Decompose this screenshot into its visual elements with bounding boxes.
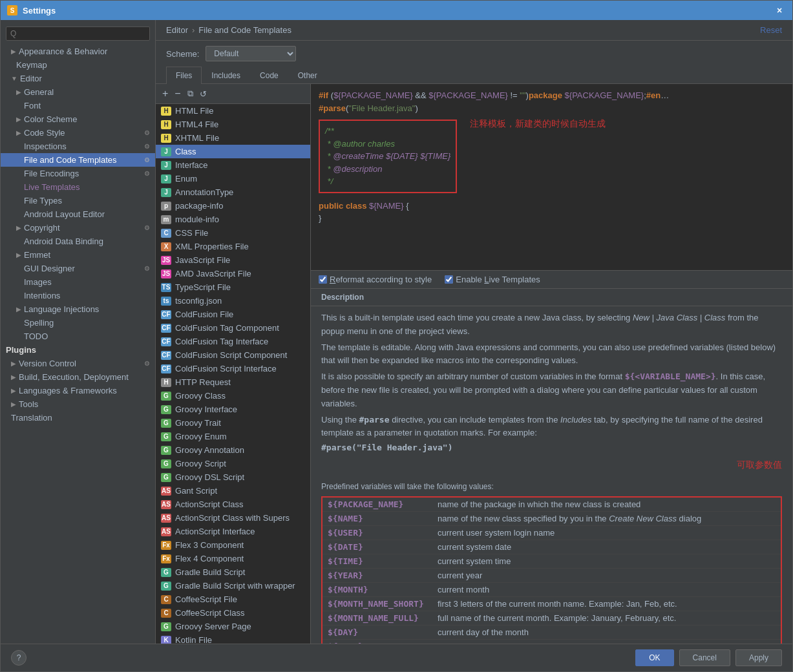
sidebar-item-font[interactable]: Font <box>1 99 155 112</box>
list-item[interactable]: GGroovy Enum <box>156 430 310 443</box>
list-item[interactable]: CFColdFusion File <box>156 308 310 321</box>
sidebar-item-lang-injections[interactable]: ▶ Language Injections <box>1 302 155 316</box>
ok-button[interactable]: OK <box>635 649 673 666</box>
list-item-class[interactable]: JClass <box>156 145 310 158</box>
item-label: Groovy Server Page <box>175 622 251 631</box>
list-item[interactable]: GGroovy Trait <box>156 416 310 430</box>
remove-button[interactable]: − <box>173 87 182 101</box>
list-item[interactable]: GGroovy Script <box>156 457 310 470</box>
reformat-checkbox[interactable] <box>319 275 327 284</box>
sidebar-item-todo[interactable]: TODO <box>1 330 155 343</box>
help-button[interactable]: ? <box>11 650 26 666</box>
reset-template-button[interactable]: ↺ <box>198 87 208 101</box>
sidebar-item-images[interactable]: Images <box>1 275 155 289</box>
item-label: Enum <box>175 174 197 184</box>
sidebar-item-live-templates[interactable]: Live Templates <box>1 180 155 194</box>
list-item[interactable]: JInterface <box>156 158 310 172</box>
sidebar-item-translation[interactable]: Translation <box>1 411 155 425</box>
list-item[interactable]: ASActionScript Class with Supers <box>156 511 310 525</box>
list-item[interactable]: JAnnotationType <box>156 185 310 199</box>
list-item[interactable]: CFColdFusion Script Component <box>156 348 310 362</box>
cancel-button[interactable]: Cancel <box>679 649 730 666</box>
sidebar-item-appearance[interactable]: ▶ Appearance & Behavior <box>1 45 155 58</box>
live-templates-checkbox[interactable] <box>445 275 453 284</box>
sidebar-item-emmet[interactable]: ▶ Emmet <box>1 248 155 262</box>
arrow-icon: ▶ <box>11 401 16 408</box>
add-button[interactable]: + <box>161 87 169 101</box>
list-item[interactable]: ASActionScript Class <box>156 498 310 511</box>
code-content[interactable]: #if (${PACKAGE_NAME} && ${PACKAGE_NAME} … <box>311 84 792 270</box>
sidebar-item-tools[interactable]: ▶ Tools <box>1 397 155 411</box>
sidebar-item-editor[interactable]: ▼ Editor <box>1 72 155 85</box>
reformat-checkbox-label[interactable]: Reformat according to style <box>319 275 432 284</box>
code-line: * @createTime ${DATE} ${TIME} <box>325 150 450 163</box>
list-item[interactable]: FxFlex 4 Component <box>156 552 310 565</box>
list-item[interactable]: tstsconfig.json <box>156 294 310 308</box>
desc-para1: This is a built-in template used each ti… <box>321 311 782 339</box>
scheme-label: Scheme: <box>166 49 199 59</box>
list-item[interactable]: HHTML File <box>156 104 310 118</box>
tab-other[interactable]: Other <box>288 67 327 84</box>
tab-includes[interactable]: Includes <box>202 67 250 84</box>
sidebar-item-plugins[interactable]: Plugins <box>1 343 155 357</box>
apply-button[interactable]: Apply <box>735 649 782 666</box>
sidebar-item-gui-designer[interactable]: GUI Designer ⚙ <box>1 262 155 275</box>
sidebar-item-general[interactable]: ▶ General <box>1 85 155 99</box>
list-item[interactable]: GGroovy DSL Script <box>156 470 310 484</box>
sidebar-item-code-style[interactable]: ▶ Code Style ⚙ <box>1 126 155 140</box>
list-item[interactable]: ppackage-info <box>156 199 310 213</box>
sidebar-item-languages[interactable]: ▶ Languages & Frameworks <box>1 384 155 397</box>
list-item[interactable]: JSJavaScript File <box>156 253 310 267</box>
sidebar-item-file-encodings[interactable]: File Encodings ⚙ <box>1 167 155 180</box>
sidebar-item-keymap[interactable]: Keymap <box>1 58 155 72</box>
list-item[interactable]: CCoffeeScript Class <box>156 606 310 620</box>
list-item[interactable]: JEnum <box>156 172 310 185</box>
sidebar-item-copyright[interactable]: ▶ Copyright ⚙ <box>1 221 155 235</box>
search-input[interactable] <box>6 26 150 41</box>
list-item[interactable]: JSAMD JavaScript File <box>156 267 310 280</box>
sidebar-item-file-code-templates[interactable]: File and Code Templates ⚙ <box>1 153 155 167</box>
list-item[interactable]: XXML Properties File <box>156 240 310 253</box>
annotation2-row: 可取参数值 <box>321 455 782 474</box>
tab-files[interactable]: Files <box>166 67 202 84</box>
sidebar-item-intentions[interactable]: Intentions <box>1 289 155 302</box>
list-item[interactable]: ASActionScript Interface <box>156 525 310 538</box>
list-item[interactable]: CFColdFusion Tag Interface <box>156 335 310 348</box>
list-item[interactable]: GGradle Build Script <box>156 565 310 579</box>
sidebar-item-file-types[interactable]: File Types <box>1 194 155 207</box>
sidebar-item-inspections[interactable]: Inspections ⚙ <box>1 140 155 153</box>
list-item[interactable]: ASGant Script <box>156 484 310 498</box>
list-item[interactable]: GGroovy Annotation <box>156 443 310 457</box>
cf-icon: CF <box>161 364 171 373</box>
sidebar-item-build-exec[interactable]: ▶ Build, Execution, Deployment <box>1 370 155 384</box>
close-button[interactable]: × <box>773 4 786 17</box>
list-item[interactable]: KKotlin File <box>156 633 310 644</box>
list-item[interactable]: HHTML4 File <box>156 118 310 131</box>
list-item[interactable]: CFColdFusion Tag Component <box>156 321 310 335</box>
tab-code[interactable]: Code <box>250 67 288 84</box>
live-templates-checkbox-label[interactable]: Enable Live Templates <box>445 275 540 284</box>
reset-button[interactable]: Reset <box>760 25 782 35</box>
list-item[interactable]: HXHTML File <box>156 131 310 145</box>
list-item[interactable]: TSTypeScript File <box>156 280 310 294</box>
list-item[interactable]: mmodule-info <box>156 213 310 226</box>
scheme-select[interactable]: Default <box>206 46 296 61</box>
arrow-icon: ▶ <box>16 89 21 96</box>
item-label: CoffeeScript File <box>175 594 237 604</box>
list-item[interactable]: GGroovy Interface <box>156 403 310 416</box>
list-item[interactable]: HHTTP Request <box>156 375 310 389</box>
list-item[interactable]: CFColdFusion Script Interface <box>156 362 310 375</box>
sidebar-item-color-scheme[interactable]: ▶ Color Scheme <box>1 112 155 126</box>
item-label: Flex 3 Component <box>175 540 244 550</box>
list-item[interactable]: FxFlex 3 Component <box>156 538 310 552</box>
list-item[interactable]: GGroovy Server Page <box>156 620 310 633</box>
list-item[interactable]: GGradle Build Script with wrapper <box>156 579 310 593</box>
sidebar-item-android-data[interactable]: Android Data Binding <box>1 235 155 248</box>
list-item[interactable]: CCSS File <box>156 226 310 240</box>
copy-button[interactable]: ⧉ <box>186 87 195 101</box>
list-item[interactable]: CCoffeeScript File <box>156 593 310 606</box>
sidebar-item-android-layout[interactable]: Android Layout Editor <box>1 207 155 221</box>
sidebar-item-spelling[interactable]: Spelling <box>1 316 155 330</box>
list-item[interactable]: GGroovy Class <box>156 389 310 403</box>
sidebar-item-version-control[interactable]: ▶ Version Control ⚙ <box>1 357 155 370</box>
